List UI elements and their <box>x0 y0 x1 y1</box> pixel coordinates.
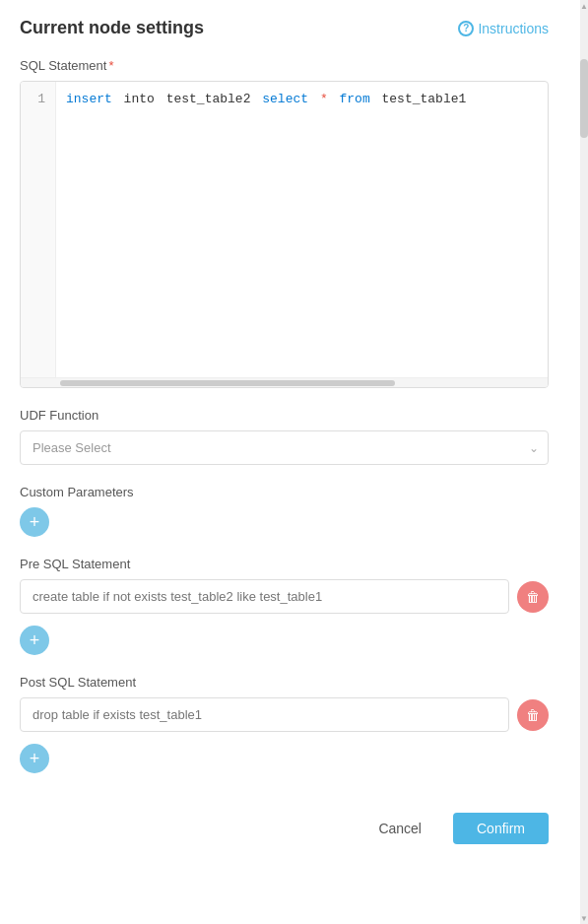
cancel-button[interactable]: Cancel <box>359 813 441 844</box>
sql-label: SQL Statement* <box>20 58 549 73</box>
trash-icon: 🗑 <box>526 707 540 723</box>
custom-params-label: Custom Parameters <box>20 485 549 499</box>
plus-icon: + <box>30 750 40 767</box>
code-area[interactable]: insert into test_table2 select * from te… <box>56 82 548 377</box>
post-sql-delete-button[interactable]: 🗑 <box>517 699 549 731</box>
udf-label: UDF Function <box>20 408 549 423</box>
question-icon: ? <box>458 21 474 36</box>
page-title: Current node settings <box>20 18 204 38</box>
pre-sql-input-row: 🗑 <box>20 579 549 614</box>
kw-from: from <box>332 90 378 110</box>
kw-star: * <box>320 90 328 110</box>
pre-sql-delete-button[interactable]: 🗑 <box>517 581 549 613</box>
sql-editor[interactable]: 1 insert into test_table2 select * from … <box>21 82 548 377</box>
line-numbers: 1 <box>21 82 56 377</box>
sql-statement-section: SQL Statement* 1 insert into test_table2… <box>20 58 549 388</box>
trash-icon: 🗑 <box>526 589 540 605</box>
kw-select: select <box>254 90 315 110</box>
vertical-scrollbar-thumb[interactable] <box>580 59 588 138</box>
instructions-link[interactable]: ? Instructions <box>458 21 549 36</box>
post-sql-input-row: 🗑 <box>20 697 549 732</box>
pre-sql-label: Pre SQL Statement <box>20 557 549 571</box>
sql-editor-container[interactable]: 1 insert into test_table2 select * from … <box>20 81 549 388</box>
vertical-scrollbar-track[interactable]: ▲ ▼ <box>580 0 588 924</box>
scroll-up-arrow[interactable]: ▲ <box>580 0 588 12</box>
pre-sql-section: Pre SQL Statement 🗑 + <box>20 557 549 655</box>
code-line-1: insert into test_table2 select * from te… <box>66 90 538 110</box>
kw-into: into <box>116 90 163 110</box>
scrollbar-thumb[interactable] <box>60 380 395 386</box>
custom-parameters-section: Custom Parameters + <box>20 485 549 537</box>
required-indicator: * <box>108 58 113 73</box>
add-pre-sql-button[interactable]: + <box>20 626 49 655</box>
scroll-down-arrow[interactable]: ▼ <box>580 912 588 924</box>
kw-insert: insert <box>66 90 112 110</box>
udf-function-section: UDF Function Please Select ⌄ <box>20 408 549 465</box>
plus-icon: + <box>30 513 40 531</box>
kw-table1: test_table1 <box>382 90 467 110</box>
sql-horizontal-scrollbar[interactable] <box>21 377 548 387</box>
pre-sql-input[interactable] <box>20 579 509 614</box>
plus-icon: + <box>30 631 40 649</box>
page-header: Current node settings ? Instructions <box>20 18 549 38</box>
footer-buttons: Cancel Confirm <box>20 803 549 844</box>
udf-select-wrapper[interactable]: Please Select ⌄ <box>20 430 549 465</box>
udf-select[interactable]: Please Select <box>20 430 549 465</box>
add-custom-param-button[interactable]: + <box>20 507 49 537</box>
kw-table2: test_table2 <box>166 90 251 110</box>
instructions-label: Instructions <box>478 21 549 36</box>
add-post-sql-button[interactable]: + <box>20 744 49 773</box>
post-sql-input[interactable] <box>20 697 509 732</box>
confirm-button[interactable]: Confirm <box>453 813 549 844</box>
post-sql-label: Post SQL Statement <box>20 675 549 690</box>
post-sql-section: Post SQL Statement 🗑 + <box>20 675 549 773</box>
